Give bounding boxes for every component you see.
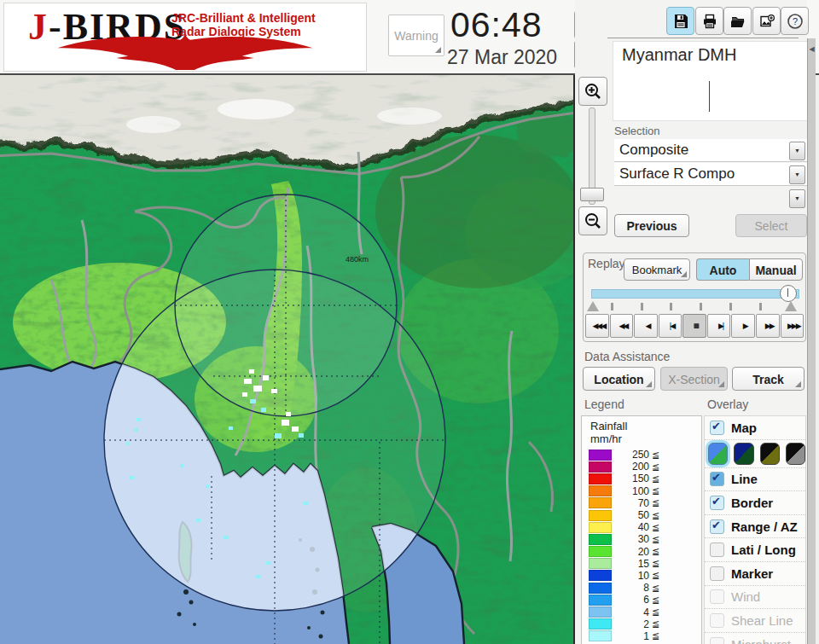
range-ring-label: 480km [346,255,369,264]
slider-tick [641,303,643,310]
xsection-button[interactable]: X-Section [660,367,728,391]
bookmark-button[interactable]: Bookmark [624,258,690,281]
legend-unit: mm/hr [590,432,622,445]
open-folder-button[interactable] [723,7,752,35]
legend-swatch [589,522,612,533]
legend-swatch [589,461,612,473]
print-button[interactable] [695,7,723,35]
zoom-out-icon [584,212,602,230]
map-style-terrain-button[interactable] [708,443,728,465]
lati-long-checkbox[interactable] [710,542,724,557]
zoom-in-button[interactable] [578,77,607,106]
legend-label: Legend [584,397,624,411]
select-button[interactable]: Select [735,214,807,237]
legend-row: 40≦ [582,521,701,533]
slider-tick [759,303,762,310]
chevron-down-icon[interactable]: ▼ [789,189,805,208]
marker-checkbox[interactable] [710,566,724,581]
rainfall-legend: Rainfall mm/hr 250≦ 200≦ 150≦ 100≦ 70≦ 5… [581,415,702,644]
overlay-item-lati-long[interactable]: Lati / Long [705,537,805,561]
slider-start-marker[interactable] [587,301,599,311]
panel-splitter[interactable]: ◀ [807,38,816,644]
slider-end-marker[interactable] [785,301,797,311]
text-caret [709,81,710,112]
fast-forward-button[interactable]: ▶▶ [756,314,780,338]
step-back-button[interactable]: |◀ [659,314,682,338]
station-name: Myanmar DMH [622,45,736,65]
range-az-checkbox[interactable] [710,519,724,534]
dropdown-value: Composite [619,142,688,159]
warning-button[interactable]: Warning [388,15,444,56]
slider-tick [670,303,672,310]
location-button[interactable]: Location [583,367,655,391]
track-button[interactable]: Track [732,367,804,391]
overlay-item-shear-line: Shear Line [705,608,805,632]
print-icon [702,14,717,29]
product-dropdown[interactable]: Surface R Compo ▼ [614,163,807,186]
auto-mode-button[interactable]: Auto [696,258,749,281]
play-button[interactable]: ▶ [731,314,755,338]
legend-swatch [589,570,612,581]
save-button[interactable] [666,7,694,35]
legend-swatch [589,618,612,629]
chevron-down-icon[interactable]: ▼ [789,142,805,160]
product-type-dropdown[interactable]: Composite ▼ [614,139,807,162]
map-checkbox[interactable] [710,421,724,435]
slider-tick [700,303,702,310]
parameter-dropdown[interactable]: ▼ [614,187,807,209]
zoom-out-button[interactable] [578,206,607,235]
playback-controls: ◀◀◀ ◀◀ ◀ |◀ ■ ▶| ▶ ▶▶ ▶▶▶ [585,314,804,338]
legend-swatch [589,473,612,484]
data-assistance-label: Data Assistance [584,350,670,363]
shear-line-checkbox [710,613,724,628]
legend-row: 50≦ [582,509,701,521]
map-style-olive-button[interactable] [760,443,780,465]
overlay-label: Overlay [707,397,748,411]
collapse-panel-icon[interactable]: ◀ [808,45,816,53]
legend-row: 150≦ [582,473,701,484]
dropdown-value: Surface R Compo [619,165,735,183]
legend-row: 6≦ [582,594,701,606]
replay-group: Replay Bookmark Auto Manual ◀◀◀ ◀◀ ◀ |◀ … [583,252,806,342]
overlay-item-range-az[interactable]: Range / AZ [705,514,805,538]
line-checkbox[interactable] [710,472,724,486]
station-list[interactable]: Myanmar DMH [613,41,809,121]
zoom-slider-thumb[interactable] [580,188,604,201]
replay-slider-track[interactable] [591,289,799,299]
app-logo: J-BIRDS JRC-Brilliant & Intelligent Rada… [3,3,367,72]
rewind-button[interactable]: ◀◀ [610,314,634,338]
overlay-item-map[interactable]: Map [705,416,805,439]
legend-row: 70≦ [582,497,701,509]
radar-map[interactable]: 480km [0,75,575,644]
skip-forward-button[interactable]: ▶▶▶ [781,314,804,338]
overlay-item-marker[interactable]: Marker [705,561,805,585]
legend-swatch [589,606,612,618]
fast-rewind-button[interactable]: ◀◀◀ [585,314,609,338]
map-style-dark-blue-button[interactable] [734,443,753,465]
manual-mode-button[interactable]: Manual [749,258,803,281]
overlay-item-microburst: Microburst [705,632,805,644]
overlay-item-wind: Wind [705,585,805,609]
map-style-row [705,439,805,467]
microburst-checkbox [710,637,724,644]
help-icon: ? [787,13,804,30]
overlay-item-line[interactable]: Line [705,467,805,491]
overlay-item-border[interactable]: Border [705,490,805,514]
zoom-in-icon [584,82,602,101]
play-reverse-button[interactable]: ◀ [634,314,658,338]
legend-swatch [589,558,612,569]
replay-slider-thumb[interactable] [780,285,797,302]
legend-row: 200≦ [582,461,701,473]
map-style-gray-button[interactable] [786,443,805,465]
step-forward-button[interactable]: ▶| [707,314,731,338]
chevron-down-icon[interactable]: ▼ [789,165,805,184]
image-export-button[interactable] [752,7,781,35]
previous-button[interactable]: Previous [614,214,689,237]
legend-row: 250≦ [582,449,701,461]
selection-label: Selection [614,125,659,137]
legend-swatch [589,450,612,461]
border-checkbox[interactable] [710,496,724,510]
help-button[interactable]: ? [781,7,809,35]
overlay-options: Map Line Border Range / AZ Lati / Long M… [704,415,806,644]
stop-button[interactable]: ■ [682,314,706,338]
